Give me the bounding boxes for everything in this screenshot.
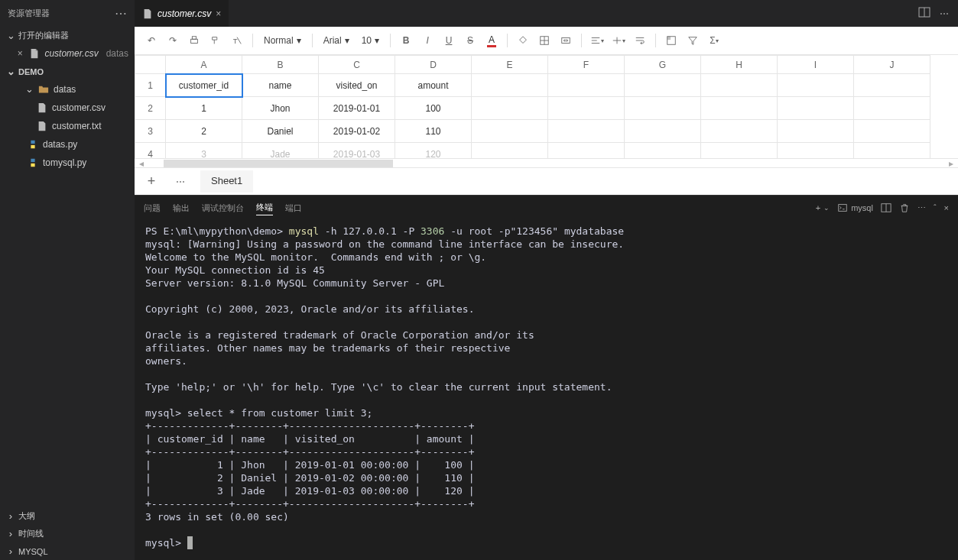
cell[interactable] — [548, 97, 625, 120]
row-header[interactable]: 3 — [135, 120, 166, 143]
cell[interactable]: 1 — [166, 97, 242, 120]
cell[interactable] — [625, 143, 701, 159]
cell[interactable]: customer_id — [166, 74, 242, 97]
col-header[interactable]: H — [701, 56, 778, 74]
cell[interactable] — [854, 143, 930, 159]
terminal-profile[interactable]: mysql — [837, 202, 873, 213]
filter-icon[interactable] — [684, 31, 702, 50]
italic-icon[interactable]: I — [418, 31, 437, 50]
cell[interactable] — [625, 120, 701, 143]
borders-icon[interactable] — [535, 31, 554, 50]
cell[interactable]: 100 — [395, 97, 472, 120]
cell[interactable] — [625, 74, 701, 97]
cell[interactable] — [472, 74, 548, 97]
cell[interactable] — [854, 120, 930, 143]
cell[interactable]: Jade — [242, 143, 319, 159]
outline-section[interactable]: ›大纲 — [0, 507, 135, 525]
cell[interactable] — [701, 74, 778, 97]
wrap-icon[interactable] — [631, 31, 649, 50]
sheet-tab-1[interactable]: Sheet1 — [200, 170, 253, 193]
print-icon[interactable] — [185, 31, 203, 50]
cell[interactable] — [701, 120, 778, 143]
col-header[interactable]: E — [472, 56, 548, 74]
cell[interactable] — [778, 120, 854, 143]
redo-icon[interactable]: ↷ — [164, 31, 182, 50]
close-panel-icon[interactable]: × — [944, 203, 949, 212]
col-header[interactable]: A — [166, 56, 242, 74]
panel-tab-debug[interactable]: 调试控制台 — [202, 201, 244, 215]
font-select[interactable]: Arial ▾ — [319, 34, 354, 47]
col-header[interactable]: F — [548, 56, 625, 74]
cell[interactable] — [854, 74, 930, 97]
underline-icon[interactable]: U — [440, 31, 458, 50]
cell[interactable]: name — [242, 74, 319, 97]
paint-icon[interactable] — [206, 31, 225, 50]
close-icon[interactable]: × — [216, 8, 221, 19]
cell[interactable] — [778, 143, 854, 159]
cell[interactable]: amount — [395, 74, 472, 97]
file-customer-csv[interactable]: customer.csv — [0, 99, 135, 117]
trash-icon[interactable] — [899, 202, 910, 213]
cell[interactable]: 2019-01-02 — [319, 120, 395, 143]
cell[interactable]: Jhon — [242, 97, 319, 120]
undo-icon[interactable]: ↶ — [142, 31, 161, 50]
formula-icon[interactable]: Σ▾ — [705, 31, 723, 50]
cell[interactable] — [472, 120, 548, 143]
merge-icon[interactable] — [557, 31, 575, 50]
clear-format-icon[interactable]: T — [228, 31, 246, 50]
cell[interactable]: 110 — [395, 120, 472, 143]
cell[interactable] — [778, 74, 854, 97]
bold-icon[interactable]: B — [397, 31, 415, 50]
cell[interactable] — [548, 74, 625, 97]
col-header[interactable]: D — [395, 56, 472, 74]
panel-tab-output[interactable]: 输出 — [173, 201, 190, 215]
split-editor-icon[interactable] — [918, 6, 930, 21]
cell[interactable] — [472, 143, 548, 159]
row-header[interactable]: 2 — [135, 97, 166, 120]
grid-area[interactable]: ABCDEFGHIJ1customer_idnamevisited_onamou… — [135, 55, 958, 158]
terminal-output[interactable]: PS E:\ml\mypython\demo> mysql -h 127.0.0… — [135, 220, 958, 560]
col-header[interactable]: G — [625, 56, 701, 74]
freeze-icon[interactable] — [662, 31, 680, 50]
row-header[interactable]: 1 — [135, 74, 166, 97]
col-header[interactable]: I — [778, 56, 854, 74]
col-header[interactable]: C — [319, 56, 395, 74]
project-header[interactable]: ⌄ DEMO — [0, 63, 135, 80]
cell[interactable]: 2019-01-03 — [319, 143, 395, 159]
cell[interactable]: 120 — [395, 143, 472, 159]
halign-icon[interactable]: ▾ — [588, 31, 606, 50]
cell[interactable] — [701, 143, 778, 159]
cell[interactable] — [548, 120, 625, 143]
sheet-menu-icon[interactable]: ⋯ — [171, 173, 190, 191]
panel-tab-ports[interactable]: 端口 — [285, 201, 302, 215]
explorer-more-icon[interactable]: ⋯ — [115, 6, 127, 21]
panel-tab-problems[interactable]: 问题 — [144, 201, 161, 215]
folder-datas[interactable]: ⌄ datas — [0, 80, 135, 99]
timeline-section[interactable]: ›时间线 — [0, 525, 135, 542]
file-datas-py[interactable]: datas.py — [0, 135, 135, 154]
tab-customer-csv[interactable]: customer.csv × — [135, 0, 229, 27]
strike-icon[interactable]: S — [461, 31, 479, 50]
new-terminal-icon[interactable]: +⌄ — [816, 203, 830, 212]
cell[interactable] — [701, 97, 778, 120]
maximize-icon[interactable]: ˆ — [934, 203, 937, 212]
cell[interactable]: 3 — [166, 143, 242, 159]
cell[interactable]: Daniel — [242, 120, 319, 143]
split-terminal-icon[interactable] — [881, 202, 891, 213]
open-editors-header[interactable]: ⌄ 打开的编辑器 — [0, 27, 135, 44]
cell[interactable]: 2 — [166, 120, 242, 143]
mysql-section[interactable]: ›MYSQL — [0, 542, 135, 560]
add-sheet-icon[interactable]: + — [142, 173, 161, 191]
row-header[interactable]: 4 — [135, 143, 166, 159]
close-icon[interactable]: × — [15, 46, 24, 61]
fontsize-select[interactable]: 10 ▾ — [357, 34, 384, 47]
cell[interactable]: 2019-01-01 — [319, 97, 395, 120]
text-color-icon[interactable]: A — [482, 31, 501, 50]
cell[interactable] — [778, 97, 854, 120]
cell[interactable] — [854, 97, 930, 120]
cell[interactable]: visited_on — [319, 74, 395, 97]
col-header[interactable]: B — [242, 56, 319, 74]
valign-icon[interactable]: ▾ — [609, 31, 628, 50]
open-editor-item[interactable]: × customer.csv datas — [0, 44, 135, 63]
h-scrollbar[interactable]: ◂ ▸ — [135, 158, 958, 167]
